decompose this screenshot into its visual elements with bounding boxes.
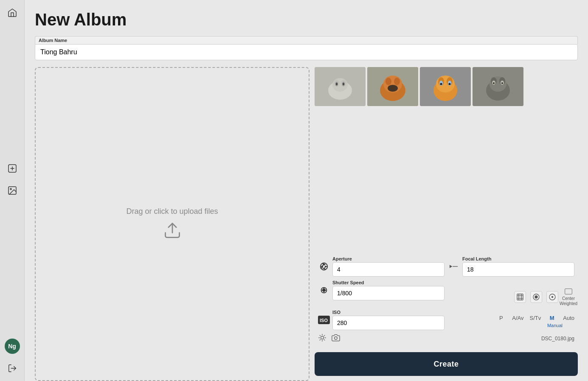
- metering-matrix-btn[interactable]: [514, 291, 526, 303]
- svg-point-36: [493, 82, 495, 84]
- upload-icon: [163, 221, 182, 241]
- focal-length-row: Focal Length: [448, 256, 574, 277]
- svg-rect-51: [565, 289, 572, 294]
- aperture-input[interactable]: [332, 262, 445, 277]
- svg-marker-39: [450, 265, 452, 268]
- focal-length-icon: [448, 262, 460, 271]
- iso-row: ISO ISO: [318, 310, 445, 330]
- iso-icon: ISO: [318, 316, 330, 324]
- svg-point-37: [501, 82, 503, 84]
- focal-length-label: Focal Length: [462, 256, 574, 261]
- iso-field: ISO: [332, 310, 445, 330]
- metering-section: CenterWeighted: [448, 280, 574, 306]
- album-name-label: Album Name: [35, 36, 578, 44]
- svg-line-61: [320, 339, 321, 340]
- main-content: New Album Album Name Drag or click to up…: [25, 0, 588, 381]
- create-btn-label: Create: [433, 360, 459, 369]
- quick-icons-row: [318, 333, 340, 344]
- thumbnail-2[interactable]: [420, 67, 471, 106]
- mode-Auto[interactable]: Auto: [563, 315, 574, 321]
- shutter-input[interactable]: [332, 286, 445, 300]
- shutter-icon: [318, 286, 330, 295]
- camera-icon[interactable]: [332, 333, 340, 344]
- sun-icon[interactable]: [318, 333, 326, 344]
- create-button[interactable]: Create: [315, 352, 578, 376]
- content-area: Drag or click to upload files: [35, 67, 578, 381]
- mode-STv[interactable]: S/Tv: [530, 315, 541, 321]
- sidebar: Ng: [0, 0, 25, 381]
- aperture-icon: [318, 262, 330, 271]
- aperture-row: Aperture: [318, 256, 445, 277]
- svg-text:ISO: ISO: [320, 318, 328, 323]
- svg-point-13: [343, 83, 344, 85]
- mode-M[interactable]: M: [547, 315, 557, 321]
- mode-P[interactable]: P: [496, 315, 506, 321]
- upload-zone[interactable]: Drag or click to upload files: [35, 67, 309, 381]
- thumbnail-3[interactable]: [473, 67, 523, 106]
- spacer: [315, 109, 578, 250]
- svg-point-28: [449, 83, 451, 85]
- avatar[interactable]: Ng: [5, 339, 20, 354]
- metering-spot-btn[interactable]: [546, 291, 558, 303]
- sidebar-item-gallery[interactable]: [5, 183, 20, 198]
- shutter-row: Shutter Speed: [318, 280, 445, 300]
- mode-AAv[interactable]: A/Av: [512, 315, 523, 321]
- metering-center-btn[interactable]: CenterWeighted: [563, 288, 574, 306]
- svg-point-19: [388, 85, 398, 92]
- svg-point-17: [385, 78, 391, 85]
- exif-section: Aperture Focal Length: [315, 254, 578, 345]
- svg-line-62: [324, 335, 325, 336]
- svg-point-12: [336, 83, 338, 85]
- svg-point-48: [535, 296, 537, 298]
- thumbnail-0[interactable]: [315, 67, 366, 106]
- svg-point-50: [552, 297, 553, 298]
- iso-label: ISO: [332, 310, 445, 315]
- filename-text: DSC_0180.jpg: [541, 336, 574, 342]
- metering-partial-btn[interactable]: [530, 291, 542, 303]
- page-title: New Album: [35, 10, 578, 29]
- logout-button[interactable]: [5, 361, 20, 376]
- album-name-input[interactable]: [35, 44, 578, 60]
- shutter-field: Shutter Speed: [332, 280, 445, 300]
- mode-section: P A/Av S/Tv M Auto Manual: [448, 310, 574, 328]
- svg-point-27: [440, 83, 442, 85]
- aperture-field: Aperture: [332, 256, 445, 277]
- svg-point-63: [335, 337, 338, 340]
- iso-input[interactable]: [332, 316, 445, 330]
- right-panel: Aperture Focal Length: [315, 67, 578, 381]
- thumbnails-row: [315, 67, 578, 106]
- aperture-label: Aperture: [332, 256, 445, 261]
- focal-length-input[interactable]: [462, 262, 574, 277]
- thumbnail-1[interactable]: [367, 67, 418, 106]
- mode-active-label: Manual: [547, 323, 563, 328]
- svg-point-54: [321, 336, 324, 339]
- svg-point-18: [394, 78, 400, 85]
- svg-line-59: [320, 335, 321, 336]
- focal-field: Focal Length: [462, 256, 574, 277]
- sidebar-item-home[interactable]: [5, 5, 20, 20]
- svg-line-60: [324, 339, 325, 340]
- shutter-label: Shutter Speed: [332, 280, 445, 285]
- upload-prompt: Drag or click to upload files: [126, 207, 218, 216]
- svg-rect-42: [517, 294, 523, 300]
- center-weighted-label: CenterWeighted: [560, 296, 577, 306]
- svg-point-2: [10, 188, 11, 190]
- sidebar-item-add[interactable]: [5, 161, 20, 176]
